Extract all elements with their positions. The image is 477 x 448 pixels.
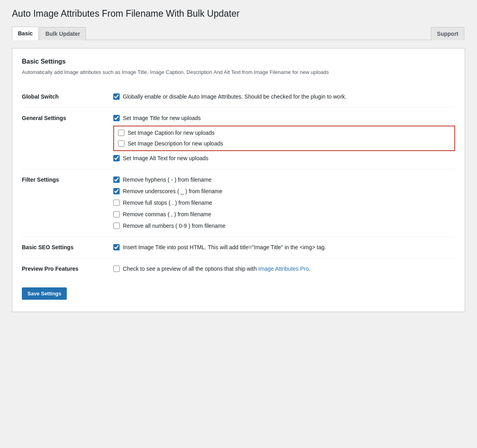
remove-underscores-row: Remove underscores ( _ ) from filename bbox=[113, 187, 455, 196]
basic-seo-settings-row: Basic SEO Settings Insert Image Title in… bbox=[22, 237, 455, 258]
remove-full-stops-checkbox[interactable] bbox=[113, 200, 120, 206]
image-attributes-pro-link[interactable]: Image Attributes Pro bbox=[258, 266, 309, 272]
remove-underscores-checkbox[interactable] bbox=[113, 188, 120, 194]
tab-support[interactable]: Support bbox=[431, 27, 464, 40]
remove-numbers-label[interactable]: Remove all numbers ( 0-9 ) from filename bbox=[123, 222, 225, 230]
set-alt-checkbox[interactable] bbox=[113, 155, 120, 161]
seo-insert-title-label[interactable]: Insert Image Title into post HTML. This … bbox=[123, 243, 326, 252]
filter-settings-label: Filter Settings bbox=[22, 169, 109, 237]
general-settings-control: Set Image Title for new uploads Set Imag… bbox=[109, 107, 455, 169]
remove-underscores-label[interactable]: Remove underscores ( _ ) from filename bbox=[123, 187, 223, 196]
remove-full-stops-label[interactable]: Remove full stops ( . ) from filename bbox=[123, 199, 212, 207]
set-title-checkbox[interactable] bbox=[113, 115, 120, 121]
tab-basic[interactable]: Basic bbox=[12, 27, 39, 40]
page-wrapper: Auto Image Attributes From Filename With… bbox=[12, 8, 465, 312]
basic-seo-settings-control: Insert Image Title into post HTML. This … bbox=[109, 237, 455, 258]
settings-table: Global Switch Globally enable or disable… bbox=[22, 86, 455, 279]
section-title: Basic Settings bbox=[22, 58, 455, 65]
set-title-label[interactable]: Set Image Title for new uploads bbox=[123, 114, 201, 122]
global-switch-row: Global Switch Globally enable or disable… bbox=[22, 86, 455, 108]
content-area: Basic Settings Automatically add Image a… bbox=[12, 48, 465, 312]
global-switch-control: Globally enable or disable Auto Image At… bbox=[109, 86, 455, 108]
remove-full-stops-row: Remove full stops ( . ) from filename bbox=[113, 199, 455, 207]
tab-bulk-updater[interactable]: Bulk Updater bbox=[39, 27, 86, 40]
set-description-row: Set Image Description for new uploads bbox=[118, 140, 450, 148]
global-switch-label: Global Switch bbox=[22, 86, 109, 108]
remove-commas-row: Remove commas ( , ) from filename bbox=[113, 210, 455, 219]
preview-pro-checkbox-row: Check to see a preview of all the option… bbox=[113, 265, 455, 273]
remove-commas-checkbox[interactable] bbox=[113, 211, 120, 217]
general-settings-row: General Settings Set Image Title for new… bbox=[22, 107, 455, 169]
global-switch-checkbox[interactable] bbox=[113, 93, 120, 100]
global-switch-checkbox-label[interactable]: Globally enable or disable Auto Image At… bbox=[123, 93, 347, 101]
preview-pro-label-after: . bbox=[309, 266, 310, 272]
remove-hyphens-checkbox[interactable] bbox=[113, 176, 120, 183]
seo-insert-title-row: Insert Image Title into post HTML. This … bbox=[113, 243, 455, 252]
remove-hyphens-label[interactable]: Remove hyphens ( - ) from filename bbox=[123, 176, 211, 184]
remove-hyphens-row: Remove hyphens ( - ) from filename bbox=[113, 176, 455, 184]
section-description: Automatically add Image attributes such … bbox=[22, 68, 455, 77]
filter-settings-control: Remove hyphens ( - ) from filename Remov… bbox=[109, 169, 455, 237]
preview-pro-features-control: Check to see a preview of all the option… bbox=[109, 258, 455, 279]
tabs-bar: Basic Bulk Updater Support bbox=[12, 26, 465, 40]
preview-pro-label[interactable]: Check to see a preview of all the option… bbox=[123, 265, 310, 273]
set-caption-checkbox[interactable] bbox=[118, 130, 124, 136]
general-settings-label: General Settings bbox=[22, 107, 109, 169]
set-alt-label[interactable]: Set Image Alt Text for new uploads bbox=[123, 154, 208, 163]
highlighted-group: Set Image Caption for new uploads Set Im… bbox=[113, 126, 455, 151]
filter-settings-row: Filter Settings Remove hyphens ( - ) fro… bbox=[22, 169, 455, 237]
seo-insert-title-checkbox[interactable] bbox=[113, 244, 120, 250]
global-switch-checkbox-row: Globally enable or disable Auto Image At… bbox=[113, 93, 455, 101]
set-caption-label[interactable]: Set Image Caption for new uploads bbox=[128, 129, 215, 137]
set-caption-row: Set Image Caption for new uploads bbox=[118, 129, 450, 137]
page-title: Auto Image Attributes From Filename With… bbox=[12, 8, 465, 20]
preview-pro-features-label: Preview Pro Features bbox=[22, 258, 109, 279]
remove-commas-label[interactable]: Remove commas ( , ) from filename bbox=[123, 210, 211, 219]
set-alt-row: Set Image Alt Text for new uploads bbox=[113, 154, 455, 163]
set-title-row: Set Image Title for new uploads bbox=[113, 114, 455, 122]
set-description-label[interactable]: Set Image Description for new uploads bbox=[128, 140, 223, 148]
remove-numbers-row: Remove all numbers ( 0-9 ) from filename bbox=[113, 222, 455, 230]
preview-pro-features-row: Preview Pro Features Check to see a prev… bbox=[22, 258, 455, 279]
basic-seo-settings-label: Basic SEO Settings bbox=[22, 237, 109, 258]
remove-numbers-checkbox[interactable] bbox=[113, 223, 120, 229]
preview-pro-label-before: Check to see a preview of all the option… bbox=[123, 266, 258, 272]
set-description-checkbox[interactable] bbox=[118, 140, 124, 147]
save-settings-button[interactable]: Save Settings bbox=[22, 287, 67, 300]
preview-pro-checkbox[interactable] bbox=[113, 266, 120, 272]
